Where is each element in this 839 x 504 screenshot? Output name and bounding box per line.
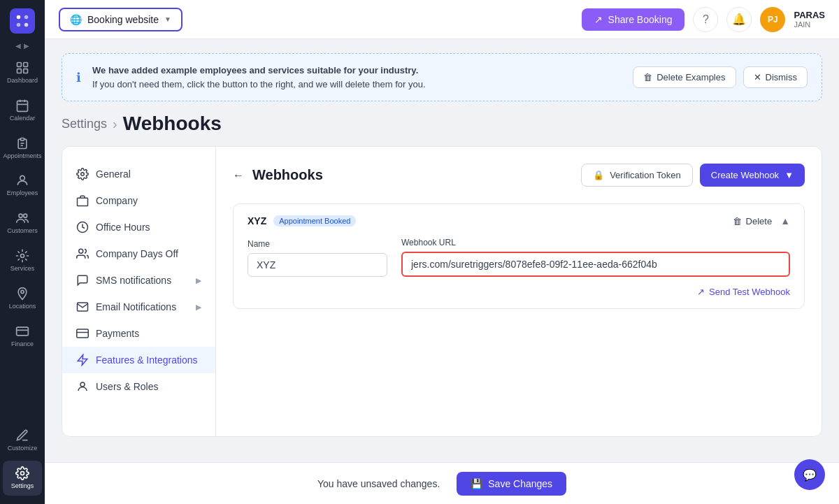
- avatar: PJ: [760, 7, 785, 32]
- webhook-collapse-button[interactable]: ▲: [780, 215, 790, 226]
- webhook-delete-button[interactable]: 🗑 Delete: [733, 216, 773, 226]
- sidebar-item-label-locations: Locations: [9, 303, 36, 310]
- webhook-name-input[interactable]: [248, 253, 387, 277]
- svg-rect-4: [17, 63, 22, 67]
- settings-menu-users-label: Users & Roles: [96, 381, 158, 392]
- email-chevron-icon: ▶: [196, 303, 201, 312]
- webhook-fields: Name Webhook URL: [248, 238, 790, 277]
- chevron-down-icon: ▼: [784, 170, 794, 180]
- svg-rect-20: [17, 327, 29, 336]
- sms-icon: [76, 274, 89, 287]
- webhooks-content: ← Webhooks 🔒 Verification Token Create W…: [216, 147, 822, 436]
- settings-menu-payments-label: Payments: [96, 328, 139, 339]
- sidebar-item-appointments[interactable]: Appointments: [3, 131, 42, 166]
- settings-menu-payments[interactable]: Payments: [62, 320, 215, 347]
- svg-rect-8: [17, 101, 28, 111]
- name-field-label: Name: [248, 239, 387, 249]
- settings-menu-office-hours[interactable]: Office Hours: [62, 214, 215, 240]
- url-field-label: Webhook URL: [401, 238, 790, 247]
- settings-menu-email-notifications[interactable]: Email Notifications ▶: [62, 294, 215, 320]
- svg-rect-12: [21, 138, 24, 140]
- save-icon: 💾: [471, 478, 482, 489]
- svg-rect-7: [24, 69, 28, 73]
- lock-icon: 🔒: [593, 170, 604, 180]
- settings-menu-company[interactable]: Company: [62, 187, 215, 214]
- user-info: PARAS JAIN: [794, 10, 825, 29]
- sidebar-logo[interactable]: [10, 8, 35, 34]
- svg-point-16: [19, 214, 22, 217]
- help-button[interactable]: ?: [693, 7, 718, 32]
- sidebar-item-services[interactable]: Services: [3, 243, 42, 278]
- sidebar-item-label-customize: Customize: [8, 445, 38, 452]
- svg-point-1: [24, 15, 29, 20]
- share-booking-button[interactable]: ↗ Share Booking: [582, 8, 685, 31]
- webhooks-header: ← Webhooks 🔒 Verification Token Create W…: [233, 164, 805, 187]
- main-area: 🌐 Booking website ▼ ↗ Share Booking ? 🔔 …: [45, 0, 839, 504]
- sidebar-item-employees[interactable]: Employees: [3, 168, 42, 203]
- sidebar-item-locations[interactable]: Locations: [3, 281, 42, 316]
- sidebar-item-customize[interactable]: Customize: [3, 423, 42, 458]
- settings-menu-sms-label: SMS notifications: [96, 275, 171, 286]
- info-text-sub: If you don't need them, click the button…: [92, 79, 426, 89]
- save-bar: You have unsaved changes. 💾 Save Changes: [45, 462, 839, 504]
- sidebar-item-settings[interactable]: Settings: [3, 461, 42, 496]
- booking-website-button[interactable]: 🌐 Booking website ▼: [59, 8, 182, 31]
- back-arrow-icon: ←: [233, 169, 244, 182]
- chat-bubble-button[interactable]: 💬: [794, 459, 825, 490]
- webhook-card: XYZ Appointment Booked 🗑 Delete ▲: [233, 203, 805, 309]
- svg-rect-6: [17, 69, 22, 73]
- breadcrumb-current: Webhooks: [123, 113, 222, 135]
- settings-menu-users-roles[interactable]: Users & Roles: [62, 373, 215, 400]
- share-icon: ↗: [594, 14, 603, 25]
- unsaved-changes-text: You have unsaved changes.: [317, 478, 440, 489]
- webhook-name-field-group: Name: [248, 239, 387, 277]
- sidebar-item-label-appointments: Appointments: [3, 152, 41, 160]
- send-test-webhook-button[interactable]: ↗ Send Test Webhook: [697, 287, 790, 297]
- settings-menu-sms-notifications[interactable]: SMS notifications ▶: [62, 267, 215, 294]
- info-actions: 🗑 Delete Examples ✕ Dismiss: [633, 66, 808, 88]
- settings-menu-company-days-off[interactable]: Company Days Off: [62, 240, 215, 267]
- topbar: 🌐 Booking website ▼ ↗ Share Booking ? 🔔 …: [45, 0, 839, 39]
- back-button[interactable]: ←: [233, 169, 244, 182]
- verification-token-button[interactable]: 🔒 Verification Token: [581, 164, 693, 187]
- webhook-tag: Appointment Booked: [273, 215, 356, 226]
- sidebar-item-label-settings: Settings: [11, 482, 34, 490]
- sidebar-item-finance[interactable]: Finance: [3, 319, 42, 354]
- sms-chevron-icon: ▶: [196, 276, 201, 285]
- sidebar-arrow-right[interactable]: ▶: [24, 42, 29, 50]
- chevron-up-icon: ▲: [780, 215, 790, 226]
- svg-point-15: [20, 176, 25, 181]
- general-icon: [76, 168, 89, 180]
- company-days-off-icon: [76, 247, 89, 260]
- breadcrumb-separator: ›: [113, 116, 117, 132]
- trash-icon: 🗑: [643, 72, 652, 82]
- webhook-card-title: XYZ Appointment Booked: [248, 215, 356, 226]
- dismiss-button[interactable]: ✕ Dismiss: [743, 66, 808, 88]
- info-banner: ℹ We have added example employees and se…: [62, 53, 822, 101]
- info-text: We have added example employees and serv…: [92, 64, 622, 91]
- svg-point-3: [24, 23, 29, 27]
- create-webhook-button[interactable]: Create Webhook ▼: [700, 164, 805, 187]
- notifications-button[interactable]: 🔔: [726, 7, 752, 32]
- sidebar-nav-arrows: ◀ ▶: [15, 42, 29, 50]
- sidebar-arrow-left[interactable]: ◀: [15, 42, 21, 50]
- delete-examples-button[interactable]: 🗑 Delete Examples: [633, 66, 736, 88]
- info-text-strong: We have added example employees and serv…: [92, 64, 622, 78]
- settings-menu-general-label: General: [96, 168, 131, 180]
- settings-menu-general[interactable]: General: [62, 161, 215, 187]
- save-changes-button[interactable]: 💾 Save Changes: [457, 472, 566, 496]
- svg-rect-24: [78, 198, 88, 206]
- svg-point-31: [80, 382, 85, 387]
- sidebar-item-customers[interactable]: Customers: [3, 206, 42, 240]
- breadcrumb: Settings › Webhooks: [62, 113, 822, 135]
- settings-menu-features-label: Features & Integrations: [96, 354, 198, 366]
- content-area: ℹ We have added example employees and se…: [45, 39, 839, 504]
- settings-menu-company-label: Company: [96, 195, 138, 206]
- sidebar-item-calendar[interactable]: Calendar: [3, 93, 42, 128]
- svg-point-17: [24, 214, 27, 217]
- settings-menu-features-integrations[interactable]: Features & Integrations: [62, 347, 215, 373]
- sidebar-item-dashboard[interactable]: Dashboard: [3, 55, 42, 90]
- globe-icon: 🌐: [70, 14, 82, 25]
- webhook-card-header: XYZ Appointment Booked 🗑 Delete ▲: [248, 215, 790, 226]
- webhook-url-input[interactable]: [401, 252, 790, 277]
